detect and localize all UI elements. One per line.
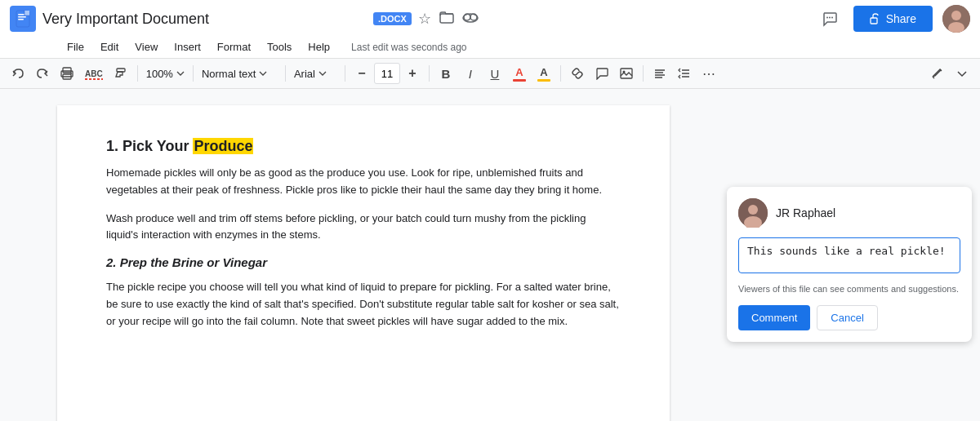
paragraph-1: Homemade pickles will only be as good as… bbox=[106, 165, 621, 199]
star-icon[interactable]: ☆ bbox=[418, 10, 431, 28]
font-size-input[interactable] bbox=[374, 63, 400, 84]
style-select[interactable]: Normal text bbox=[198, 62, 280, 85]
svg-point-9 bbox=[826, 17, 828, 19]
comment-avatar bbox=[738, 198, 768, 228]
redo-button[interactable] bbox=[31, 62, 54, 85]
share-label: Share bbox=[886, 12, 916, 25]
svg-point-14 bbox=[951, 11, 961, 20]
menu-insert[interactable]: Insert bbox=[166, 38, 209, 56]
svg-rect-20 bbox=[117, 69, 125, 72]
svg-point-11 bbox=[831, 17, 833, 19]
font-size-control: − + bbox=[350, 62, 424, 85]
font-size-increase[interactable]: + bbox=[401, 62, 424, 85]
cancel-button[interactable]: Cancel bbox=[817, 305, 877, 330]
folder-icon[interactable] bbox=[439, 11, 454, 27]
menu-tools[interactable]: Tools bbox=[259, 38, 300, 56]
line-spacing-button[interactable] bbox=[673, 62, 696, 85]
separator-2 bbox=[193, 65, 194, 82]
toolbar: ABC 100% Normal text Arial − + B I bbox=[0, 59, 980, 89]
menu-file[interactable]: File bbox=[59, 38, 92, 56]
doc-title: Very Important Document bbox=[42, 11, 367, 28]
comment-box: JR Raphael Viewers of this file can see … bbox=[727, 187, 972, 342]
comment-author: JR Raphael bbox=[776, 206, 835, 219]
svg-rect-4 bbox=[24, 11, 29, 16]
underline-button[interactable]: U bbox=[483, 62, 506, 85]
style-label: Normal text bbox=[202, 68, 256, 80]
comment-actions: Comment Cancel bbox=[738, 305, 960, 330]
right-panel: JR Raphael Viewers of this file can see … bbox=[727, 89, 980, 421]
paragraph-3: The pickle recipe you choose will tell y… bbox=[106, 279, 621, 330]
comment-notice: Viewers of this file can see comments an… bbox=[738, 283, 960, 295]
title-row: Very Important Document .DOCX ☆ bbox=[10, 5, 970, 36]
comment-header: JR Raphael bbox=[738, 198, 960, 228]
menu-format[interactable]: Format bbox=[209, 38, 259, 56]
print-button[interactable] bbox=[56, 62, 78, 85]
docx-badge: .DOCX bbox=[373, 12, 412, 25]
zoom-select[interactable]: 100% bbox=[143, 62, 188, 85]
svg-point-19 bbox=[70, 73, 72, 74]
text-color-button[interactable]: A bbox=[508, 62, 531, 85]
more-button[interactable]: ⋯ bbox=[697, 62, 721, 85]
svg-point-34 bbox=[748, 205, 758, 215]
paint-format-button[interactable] bbox=[109, 62, 132, 85]
italic-button[interactable]: I bbox=[459, 62, 482, 85]
font-select[interactable]: Arial bbox=[291, 62, 340, 85]
document-area: 1. Pick Your Produce Homemade pickles wi… bbox=[0, 89, 727, 421]
separator-6 bbox=[560, 65, 561, 82]
add-comment-button[interactable] bbox=[590, 62, 613, 85]
right-actions: Share bbox=[816, 5, 970, 33]
spellcheck-button[interactable]: ABC bbox=[80, 62, 108, 85]
separator-3 bbox=[285, 65, 286, 82]
title-icons: ☆ bbox=[418, 10, 479, 28]
paragraph-2: Wash produce well and trim off stems bef… bbox=[106, 210, 621, 245]
share-button[interactable]: Share bbox=[853, 6, 933, 32]
svg-line-21 bbox=[576, 72, 579, 75]
comments-button[interactable] bbox=[816, 5, 844, 33]
separator-4 bbox=[345, 65, 345, 82]
svg-point-10 bbox=[829, 17, 831, 19]
svg-line-32 bbox=[933, 77, 934, 78]
document-page: 1. Pick Your Produce Homemade pickles wi… bbox=[57, 105, 670, 421]
insert-image-button[interactable] bbox=[615, 62, 638, 85]
doc-icon bbox=[10, 6, 36, 32]
svg-rect-3 bbox=[18, 19, 24, 20]
comment-input[interactable] bbox=[738, 237, 960, 273]
font-size-decrease[interactable]: − bbox=[350, 62, 373, 85]
menu-edit[interactable]: Edit bbox=[92, 38, 127, 56]
separator-5 bbox=[429, 65, 430, 82]
comment-submit-button[interactable]: Comment bbox=[738, 305, 810, 330]
svg-rect-16 bbox=[63, 68, 71, 73]
menu-help[interactable]: Help bbox=[300, 38, 338, 56]
heading-1: 1. Pick Your Produce bbox=[106, 138, 621, 155]
svg-rect-2 bbox=[18, 16, 26, 18]
font-label: Arial bbox=[294, 68, 315, 80]
svg-rect-5 bbox=[440, 14, 453, 23]
user-avatar[interactable] bbox=[942, 5, 970, 33]
undo-button[interactable] bbox=[7, 62, 29, 85]
main-area: 1. Pick Your Produce Homemade pickles wi… bbox=[0, 89, 980, 421]
highlight-color-button[interactable]: A bbox=[532, 62, 555, 85]
link-button[interactable] bbox=[566, 62, 589, 85]
highlighted-word: Produce bbox=[193, 138, 253, 154]
align-button[interactable] bbox=[648, 62, 671, 85]
heading-2: 2. Prep the Brine or Vinegar bbox=[106, 255, 621, 269]
svg-rect-12 bbox=[871, 18, 877, 24]
bold-button[interactable]: B bbox=[434, 62, 457, 85]
top-bar: Very Important Document .DOCX ☆ bbox=[0, 0, 980, 59]
separator-7 bbox=[643, 65, 644, 82]
menu-view[interactable]: View bbox=[127, 38, 166, 56]
menu-bar: File Edit View Insert Format Tools Help … bbox=[10, 36, 970, 58]
zoom-value: 100% bbox=[146, 68, 173, 80]
cloud-icon[interactable] bbox=[462, 11, 479, 26]
separator-1 bbox=[137, 65, 138, 82]
last-edit-text: Last edit was seconds ago bbox=[351, 42, 466, 53]
editing-mode-button[interactable] bbox=[926, 62, 949, 85]
expand-button[interactable] bbox=[951, 62, 973, 85]
